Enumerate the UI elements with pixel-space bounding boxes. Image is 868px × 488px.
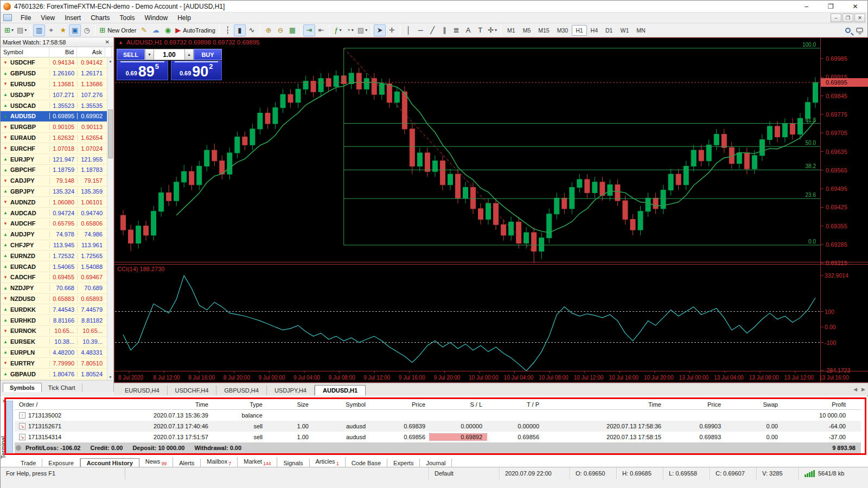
chart-tab-audusd-h1[interactable]: AUDUSD,H1 xyxy=(315,385,366,395)
market-watch-tab-tick-chart[interactable]: Tick Chart xyxy=(42,383,82,392)
horizontal-line-tool-button[interactable]: ─ xyxy=(414,24,426,36)
terminal-tab-experts[interactable]: Experts xyxy=(387,459,420,467)
column-header-type[interactable]: Type xyxy=(213,401,267,408)
cursor-tool-button[interactable]: ➤ xyxy=(374,24,386,36)
market-watch-row-eursek[interactable]: ▲EURSEK10.38...10.39... xyxy=(1,337,113,348)
maximize-button[interactable]: ❐ xyxy=(819,1,843,12)
buy-price-display[interactable]: 0.69 90 2 xyxy=(171,61,222,80)
terminal-tab-alerts[interactable]: Alerts xyxy=(173,459,201,467)
menu-item-help[interactable]: Help xyxy=(173,13,196,23)
new-order-button[interactable]: ⊞New Order xyxy=(98,24,138,36)
data-window-button[interactable]: ⌖ xyxy=(45,24,57,36)
market-watch-toggle-button[interactable]: ▥ xyxy=(33,24,45,36)
child-close-button[interactable]: ✕ xyxy=(854,14,865,22)
sell-button[interactable]: SELL xyxy=(117,49,145,60)
child-restore-button[interactable]: ❐ xyxy=(843,14,853,22)
market-watch-row-eurhkd[interactable]: ▲EURHKD8.811668.81182 xyxy=(1,315,113,326)
zoom-out-button[interactable]: ⊖ xyxy=(275,24,286,36)
terminal-tab-journal[interactable]: Journal xyxy=(420,459,452,467)
timeframe-w1-button[interactable]: W1 xyxy=(616,25,633,36)
timeframe-mn-button[interactable]: MN xyxy=(633,25,649,36)
timeframe-m30-button[interactable]: M30 xyxy=(553,25,572,36)
market-watch-row-eurdkk[interactable]: ▲EURDKK7.445437.44579 xyxy=(1,304,113,315)
column-header-ask[interactable]: Ask xyxy=(77,47,105,57)
market-watch-row-cadjpy[interactable]: ▼CADJPY79.14879.157 xyxy=(1,176,113,187)
timeframe-m1-button[interactable]: M1 xyxy=(503,25,519,36)
menu-item-charts[interactable]: Charts xyxy=(86,13,114,23)
terminal-tab-exposure[interactable]: Exposure xyxy=(42,459,80,467)
market-watch-row-gbpjpy[interactable]: ▲GBPJPY135.324135.359 xyxy=(1,187,113,197)
market-watch-scrollbar[interactable]: ▲ ▼ xyxy=(107,57,113,380)
column-header-tp[interactable]: T / P xyxy=(487,401,544,408)
market-watch-row-eurgbp[interactable]: ▼EURGBP0.901050.90113 xyxy=(1,122,113,133)
sell-price-display[interactable]: 0.69 89 5 xyxy=(117,61,168,80)
trendline-tool-button[interactable]: ╱ xyxy=(426,24,438,36)
vertical-line-tool-button[interactable]: │ xyxy=(403,24,414,36)
market-watch-close-icon[interactable]: ✕ xyxy=(104,39,111,45)
timeframe-h4-button[interactable]: H4 xyxy=(587,25,602,36)
market-watch-row-euraud[interactable]: ▼EURAUD1.626321.62654 xyxy=(1,133,113,144)
chart-tab-eurusd-h4[interactable]: EURUSD,H4 xyxy=(117,386,168,395)
terminal-tab-trade[interactable]: Trade xyxy=(15,459,42,467)
market-watch-row-gbpchf[interactable]: ▲GBPCHF1.187591.18783 xyxy=(1,165,113,176)
column-header-swap[interactable]: Swap xyxy=(725,401,782,408)
chart-window[interactable]: 100.061.850.038.223.60.00.699850.699150.… xyxy=(114,37,868,383)
chat-icon[interactable] xyxy=(856,28,863,33)
market-watch-row-eurusd[interactable]: ▼EURUSD1.136811.13686 xyxy=(1,79,113,90)
zoom-in-button[interactable]: ⊕ xyxy=(263,24,275,36)
navigator-button[interactable]: ★ xyxy=(57,24,69,36)
arrows-tool-button[interactable]: ✢▾ xyxy=(486,24,499,36)
chart-tab-usdchf-h4[interactable]: USDCHF,H4 xyxy=(168,386,217,395)
history-row-1713152671[interactable]: ↘17131526712020.07.13 17:40:46sell1.00au… xyxy=(15,421,861,432)
price-chart[interactable]: 100.061.850.038.223.60.00.699850.699150.… xyxy=(114,37,868,383)
autotrading-button[interactable]: ▶AutoTrading xyxy=(174,24,217,36)
chart-tab-gbpusd-h4[interactable]: GBPUSD,H4 xyxy=(216,386,267,395)
column-header-symbol[interactable]: Symbol xyxy=(1,47,49,57)
new-chart-button[interactable]: ⊞▾ xyxy=(3,24,15,36)
terminal-tab-signals[interactable]: Signals xyxy=(277,459,309,467)
history-row-1713135002[interactable]: ↑17131350022020.07.13 15:36:39balance10 … xyxy=(15,410,861,421)
scrollbar-thumb[interactable] xyxy=(108,110,113,158)
terminal-tab-market[interactable]: Market 144 xyxy=(238,457,277,467)
terminal-tab-news[interactable]: News 99 xyxy=(139,457,173,467)
market-watch-row-audcad[interactable]: ▲AUDCAD0.947240.94740 xyxy=(1,208,113,219)
column-header-symbol[interactable]: Symbol xyxy=(313,401,370,408)
child-minimize-button[interactable]: – xyxy=(831,14,841,22)
market-watch-row-nzdusd[interactable]: ▼NZDUSD0.658830.65893 xyxy=(1,294,113,305)
metaeditor-button[interactable]: ✎ xyxy=(138,24,150,36)
auto-scroll-button[interactable]: ⇥ xyxy=(303,24,315,36)
timeframe-m5-button[interactable]: M5 xyxy=(519,25,535,36)
timeframe-h1-button[interactable]: H1 xyxy=(572,25,586,36)
column-header-price[interactable]: Price xyxy=(370,401,430,408)
terminal-tab-mailbox[interactable]: Mailbox 7 xyxy=(201,457,238,467)
close-button[interactable]: ✕ xyxy=(843,1,867,12)
fibonacci-tool-button[interactable]: ≣ xyxy=(450,24,462,36)
market-watch-row-eurnzd[interactable]: ▲EURNZD1.725321.72565 xyxy=(1,251,113,261)
timeframe-m15-button[interactable]: M15 xyxy=(534,25,553,36)
tab-scroll-left-icon[interactable]: ◀ xyxy=(853,387,857,392)
column-header-order[interactable]: Order / xyxy=(15,401,91,408)
menu-item-file[interactable]: File xyxy=(16,13,36,23)
market-watch-row-eurpln[interactable]: ▲EURPLN4.482004.48331 xyxy=(1,348,113,358)
menu-item-view[interactable]: View xyxy=(36,13,60,23)
column-header-bid[interactable]: Bid xyxy=(49,47,77,57)
market-watch-row-usdjpy[interactable]: ▲USDJPY107.271107.276 xyxy=(1,89,113,100)
column-header-sl[interactable]: S / L xyxy=(430,401,487,408)
terminal-toggle-button[interactable]: ▣ xyxy=(69,24,81,36)
label-tool-button[interactable]: T xyxy=(474,24,486,36)
terminal-tab-articles[interactable]: Articles 1 xyxy=(310,457,346,467)
column-header-time[interactable]: Time xyxy=(544,401,666,408)
search-icon[interactable] xyxy=(845,28,851,33)
timeframe-d1-button[interactable]: D1 xyxy=(602,25,616,36)
strategy-tester-button[interactable]: ◷ xyxy=(81,24,93,36)
market-watch-row-chfjpy[interactable]: ▲CHFJPY113.945113.961 xyxy=(1,240,113,251)
volume-input[interactable]: 1.00 xyxy=(154,49,184,60)
market-watch-row-eurjpy[interactable]: ▲EURJPY121.947121.955 xyxy=(1,154,113,165)
terminal-tab-account-history[interactable]: Account History xyxy=(80,458,139,467)
chart-shift-button[interactable]: ⇤ xyxy=(315,24,327,36)
buy-button[interactable]: BUY xyxy=(194,49,222,60)
menu-item-insert[interactable]: Insert xyxy=(60,13,86,23)
market-watch-row-audchf[interactable]: ▼AUDCHF0.657950.65806 xyxy=(1,219,113,229)
menu-item-window[interactable]: Window xyxy=(140,13,173,23)
text-tool-button[interactable]: A xyxy=(462,24,474,36)
